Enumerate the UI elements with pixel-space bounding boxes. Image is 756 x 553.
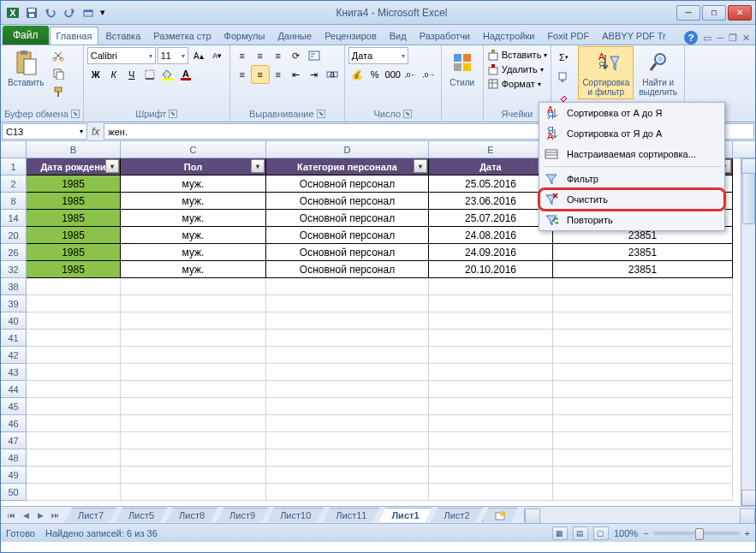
col-header-c[interactable]: C (121, 141, 266, 158)
decrease-indent-icon[interactable]: ⇤ (288, 66, 305, 83)
row-header[interactable]: 49 (1, 467, 27, 484)
fill-icon[interactable] (555, 68, 572, 86)
vertical-scrollbar[interactable] (741, 158, 755, 506)
cell[interactable]: 1985 (27, 227, 121, 244)
zoom-slider[interactable] (654, 532, 740, 535)
dd-sort-az[interactable]: АЯ Сортировка от А до Я (539, 103, 724, 123)
find-select-button[interactable]: Найти и выделить (635, 47, 681, 98)
undo-icon[interactable] (42, 4, 59, 21)
cell[interactable]: Основной персонал (266, 227, 429, 244)
cell[interactable] (553, 398, 733, 415)
col-header-e[interactable]: E (429, 141, 553, 158)
sort-filter-button[interactable]: АЯ Сортировка и фильтр (579, 47, 633, 98)
row-header[interactable]: 38 (1, 278, 27, 295)
col-header-d[interactable]: D (266, 141, 429, 158)
sheet-tab[interactable]: Лист5 (116, 508, 167, 522)
cell[interactable]: муж. (121, 210, 266, 227)
cell[interactable] (553, 330, 733, 347)
cell[interactable] (121, 278, 266, 295)
table-header-cell[interactable]: Дата▾ (429, 158, 553, 175)
qat-customize-icon[interactable]: ▾ (98, 4, 107, 21)
cell[interactable] (429, 467, 553, 484)
ribbon-tab-addins[interactable]: Надстройки (477, 27, 540, 45)
alignment-launcher[interactable]: ⬊ (317, 110, 325, 118)
ribbon-minimize-icon[interactable]: ▭ (703, 33, 711, 44)
cell[interactable] (429, 484, 553, 501)
increase-font-icon[interactable]: A▴ (190, 47, 207, 64)
row-header[interactable]: 44 (1, 381, 27, 398)
row-header[interactable]: 32 (1, 261, 27, 278)
cell[interactable] (27, 364, 121, 381)
cell[interactable] (266, 295, 429, 312)
row-header[interactable]: 20 (1, 227, 27, 244)
zoom-out-icon[interactable]: − (643, 528, 648, 538)
table-header-cell[interactable]: Категория персонала▾ (266, 158, 429, 175)
cell[interactable] (429, 432, 553, 449)
select-all-corner[interactable] (1, 141, 27, 158)
workbook-minimize-icon[interactable]: ─ (717, 33, 723, 43)
cell[interactable] (429, 381, 553, 398)
cell[interactable] (27, 398, 121, 415)
merge-icon[interactable]: a (324, 66, 341, 83)
cell[interactable] (266, 312, 429, 330)
cut-icon[interactable] (50, 47, 67, 64)
cell[interactable]: 1985 (27, 261, 121, 278)
cell[interactable] (266, 364, 429, 381)
cell[interactable]: муж. (121, 227, 266, 244)
redo-icon[interactable] (61, 4, 78, 21)
cell[interactable] (553, 278, 733, 295)
cell[interactable] (553, 467, 733, 484)
table-header-cell[interactable]: Пол▾ (121, 158, 266, 175)
cell[interactable] (121, 484, 266, 501)
fx-icon[interactable]: fx (92, 126, 99, 138)
excel-icon[interactable]: X (4, 4, 21, 21)
cell[interactable]: 24.09.2016 (429, 244, 553, 261)
cell[interactable]: 20.10.2016 (429, 261, 553, 278)
row-header[interactable]: 50 (1, 484, 27, 501)
sheet-next-icon[interactable]: ▶ (33, 508, 47, 522)
cell[interactable] (553, 484, 733, 501)
ribbon-tab-pagelayout[interactable]: Разметка стр (147, 27, 217, 45)
comma-icon[interactable]: 000 (384, 66, 402, 83)
ribbon-tab-home[interactable]: Главная (50, 27, 99, 45)
cell[interactable] (27, 278, 121, 295)
align-center-icon[interactable]: ≡ (252, 66, 269, 83)
cell[interactable] (121, 467, 266, 484)
sheet-tab[interactable]: Лист9 (217, 508, 268, 522)
name-box[interactable]: C13▾ (2, 123, 87, 140)
table-header-cell[interactable]: Дата рождени▾ (27, 158, 121, 175)
zoom-in-icon[interactable]: + (745, 528, 750, 538)
cell[interactable] (266, 432, 429, 449)
dd-custom-sort[interactable]: Настраиваемая сортировка... (539, 144, 724, 164)
filter-dropdown-icon[interactable]: ▾ (414, 159, 427, 173)
number-launcher[interactable]: ⬊ (403, 110, 412, 118)
cell[interactable] (121, 432, 266, 449)
row-header[interactable]: 41 (1, 330, 27, 347)
vscroll-thumb[interactable] (742, 173, 755, 224)
autosum-icon[interactable]: Σ▾ (555, 49, 572, 66)
row-header[interactable]: 14 (1, 210, 27, 227)
row-header[interactable]: 46 (1, 415, 27, 432)
align-right-icon[interactable]: ≡ (270, 66, 287, 83)
cell[interactable] (27, 381, 121, 398)
view-layout-icon[interactable]: ▤ (573, 526, 588, 540)
row-header[interactable]: 45 (1, 398, 27, 415)
cell[interactable]: Основной персонал (266, 193, 429, 210)
font-size-combo[interactable]: 11▾ (158, 47, 188, 64)
cell[interactable] (121, 330, 266, 347)
currency-icon[interactable]: 💰 (348, 66, 366, 83)
dd-sort-za[interactable]: ЯА Сортировка от Я до А (539, 123, 724, 144)
sheet-tab[interactable]: Лист1 (378, 508, 432, 522)
delete-cells-button[interactable]: Удалить▾ (487, 63, 548, 75)
align-top-icon[interactable]: ≡ (234, 47, 251, 64)
ribbon-tab-review[interactable]: Рецензиров (318, 27, 383, 45)
row-header[interactable]: 26 (1, 244, 27, 261)
align-middle-icon[interactable]: ≡ (252, 47, 269, 64)
align-left-icon[interactable]: ≡ (234, 66, 251, 83)
cell[interactable]: 23.06.2016 (429, 193, 553, 210)
workbook-close-icon[interactable]: ✕ (742, 33, 750, 44)
file-tab[interactable]: Файл (3, 26, 49, 45)
cell[interactable] (266, 278, 429, 295)
dd-reapply[interactable]: Повторить (539, 210, 724, 230)
row-header[interactable]: 2 (1, 175, 27, 193)
